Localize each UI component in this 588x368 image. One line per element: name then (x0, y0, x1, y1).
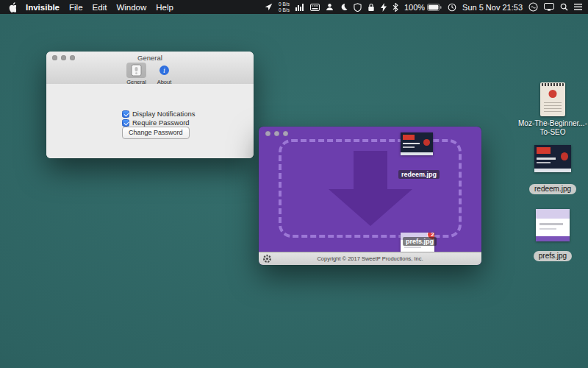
checkbox-label: Require Password (132, 118, 190, 127)
info-icon (159, 66, 169, 75)
desktop-icon-label: prefs.jpg (534, 251, 572, 261)
menu-file[interactable]: File (69, 3, 83, 12)
pdf-document-icon (540, 82, 565, 116)
zoom-button[interactable] (70, 55, 75, 60)
close-button[interactable] (52, 55, 57, 60)
network-speed-indicator[interactable]: 0 B/s 0 B/s (279, 1, 290, 13)
preferences-window: General General About (46, 52, 254, 158)
battery-icon (427, 4, 442, 11)
file-label-redeem: redeem.jpg (398, 170, 440, 179)
window-controls (52, 55, 75, 60)
display-icon[interactable] (544, 3, 554, 11)
bolt-icon[interactable] (381, 3, 387, 12)
display-notifications-checkbox[interactable]: Display Notifications (122, 110, 196, 118)
zoom-button[interactable] (283, 131, 288, 136)
net-down-value: 0 B/s (279, 7, 290, 13)
desktop-icon-label: redeem.jpg (529, 184, 576, 194)
battery-indicator[interactable]: 100% (404, 3, 442, 12)
window-footer: Copyright © 2017 SweetP Productions, Inc… (259, 252, 481, 265)
menu-edit[interactable]: Edit (93, 3, 107, 12)
apple-menu-icon[interactable] (7, 2, 16, 13)
keyboard-icon[interactable] (310, 4, 320, 11)
minimize-button[interactable] (274, 131, 279, 136)
checkbox-label: Display Notifications (132, 110, 196, 118)
drop-zone[interactable] (279, 139, 462, 238)
file-label-prefs: prefs.jpg (403, 237, 437, 246)
general-prefs-icon (131, 64, 142, 77)
menu-bar-clock[interactable]: Sun 5 Nov 21:53 (462, 3, 523, 12)
bluetooth-icon[interactable] (392, 3, 398, 12)
require-password-checkbox[interactable]: Require Password (122, 118, 190, 127)
change-password-button[interactable]: Change Password (122, 127, 190, 139)
siri-icon[interactable] (528, 2, 538, 12)
toolbar-item-general[interactable]: General (126, 63, 146, 85)
download-arrow-icon (329, 151, 412, 226)
spotlight-icon[interactable] (560, 3, 568, 11)
location-icon[interactable] (265, 3, 273, 11)
file-thumbnail-redeem[interactable] (401, 132, 433, 155)
toolbar-item-about[interactable]: About (155, 63, 173, 85)
copyright-text: Copyright © 2017 SweetP Productions, Inc… (259, 255, 481, 262)
desktop-icon-label: Moz-The-Beginner...-To-SEO (517, 119, 588, 137)
checkbox-icon (122, 110, 129, 118)
desktop-icon-moz-pdf[interactable]: Moz-The-Beginner...-To-SEO (517, 82, 588, 137)
titlebar[interactable]: General General About (46, 52, 254, 85)
window-title: General (46, 52, 254, 62)
image-thumbnail-icon (534, 145, 571, 172)
lock-icon[interactable] (368, 3, 375, 12)
menu-bar: Invisible File Edit Window Help 0 B/s 0 … (0, 0, 588, 14)
shield-icon[interactable] (354, 3, 362, 12)
graph-icon[interactable] (295, 3, 304, 11)
menu-help[interactable]: Help (156, 3, 173, 12)
notification-center-icon[interactable] (574, 4, 582, 10)
net-up-value: 0 B/s (279, 1, 290, 7)
minimize-button[interactable] (61, 55, 66, 60)
desktop-icon-prefs-jpg[interactable]: prefs.jpg (528, 209, 578, 261)
user-icon[interactable] (326, 3, 334, 11)
gear-icon[interactable] (262, 254, 272, 263)
preferences-toolbar: General About (46, 63, 254, 85)
battery-percent: 100% (404, 3, 425, 12)
checkbox-icon (122, 119, 129, 127)
image-thumbnail-icon (536, 209, 570, 241)
preferences-content: Display Notifications Require Password C… (46, 84, 254, 158)
close-button[interactable] (265, 131, 270, 136)
moon-icon[interactable] (340, 3, 348, 11)
time-machine-icon[interactable] (448, 3, 456, 12)
invisible-drop-window: redeem.jpg 2 prefs.jpg Copyright © 2017 … (259, 127, 481, 265)
desktop-icon-redeem-jpg[interactable]: redeem.jpg (526, 145, 579, 194)
window-controls (265, 131, 288, 136)
menu-window[interactable]: Window (116, 3, 146, 12)
desktop: Invisible File Edit Window Help 0 B/s 0 … (0, 0, 588, 368)
active-app-name[interactable]: Invisible (26, 3, 60, 12)
